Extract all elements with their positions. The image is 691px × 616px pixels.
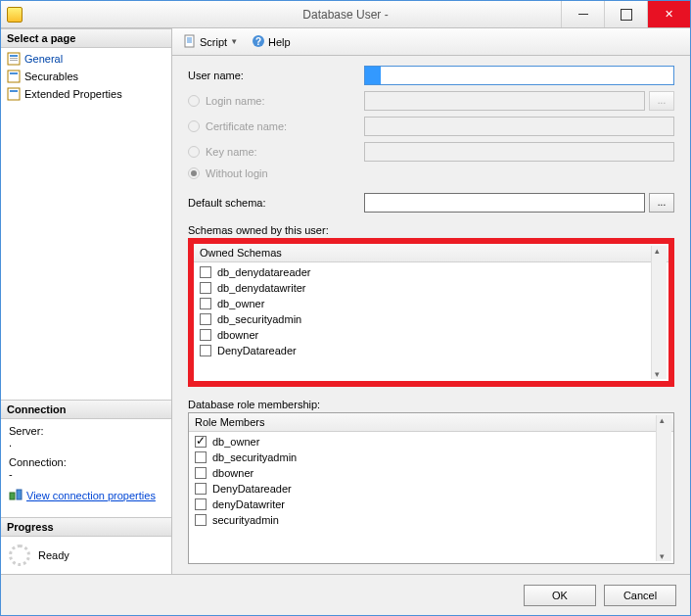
- window-buttons: [561, 1, 690, 27]
- role-members-list[interactable]: db_owner db_securityadmin dbowner DenyDa…: [189, 432, 673, 530]
- list-item: db_denydatareader: [194, 264, 668, 280]
- role-checkbox[interactable]: [195, 514, 207, 526]
- scrollbar[interactable]: [656, 415, 671, 561]
- view-connection-properties-link[interactable]: View connection properties: [26, 490, 156, 501]
- window-title: Database User -: [302, 8, 388, 22]
- script-button[interactable]: Script ▼: [178, 31, 243, 53]
- schema-checkbox[interactable]: [200, 298, 211, 309]
- user-name-value: [365, 67, 381, 84]
- svg-rect-6: [8, 88, 20, 100]
- help-icon: ?: [252, 34, 265, 50]
- page-nav-list: General Securables Extended Properties: [1, 48, 171, 105]
- login-name-label: Login name:: [188, 95, 364, 107]
- scrollbar[interactable]: [651, 246, 667, 379]
- connection-props-icon: [9, 488, 23, 503]
- login-name-browse-button: ...: [649, 91, 674, 111]
- schema-checkbox[interactable]: [200, 266, 211, 278]
- list-item: db_owner: [194, 296, 668, 311]
- schema-checkbox[interactable]: [200, 313, 211, 325]
- content-area: User name: Login name: ...: [172, 56, 690, 574]
- page-icon: [7, 87, 21, 101]
- without-login-radio: [188, 167, 200, 179]
- connection-label: Connection:: [9, 456, 163, 468]
- key-name-input: [364, 142, 674, 162]
- default-schema-label: Default schema:: [188, 197, 364, 209]
- schema-checkbox[interactable]: [200, 345, 211, 356]
- role-checkbox[interactable]: [195, 483, 207, 495]
- certificate-name-input: [364, 117, 674, 136]
- role-checkbox[interactable]: [195, 436, 207, 448]
- login-name-radio: [188, 95, 200, 107]
- dialog-body: Select a page General Securables: [1, 28, 690, 574]
- key-name-radio: [188, 146, 200, 158]
- list-item: dbowner: [189, 465, 673, 481]
- role-members-header: Role Members: [189, 413, 673, 432]
- list-item: DenyDatareader: [194, 343, 668, 358]
- svg-rect-10: [185, 35, 194, 47]
- nav-extended-properties[interactable]: Extended Properties: [1, 85, 171, 103]
- role-checkbox[interactable]: [195, 467, 207, 479]
- progress-heading: Progress: [1, 517, 171, 537]
- svg-rect-1: [10, 55, 18, 57]
- minimize-button[interactable]: [561, 1, 604, 27]
- progress-status: Ready: [38, 549, 69, 561]
- list-item: dbowner: [194, 327, 668, 343]
- certificate-name-label: Certificate name:: [188, 120, 364, 132]
- svg-rect-9: [17, 490, 22, 499]
- close-button[interactable]: [647, 1, 690, 27]
- main-panel: Script ▼ ? Help User name:: [172, 28, 690, 574]
- help-button[interactable]: ? Help: [247, 31, 296, 53]
- connection-value: -: [9, 468, 163, 480]
- nav-label: General: [24, 53, 63, 65]
- user-name-label: User name:: [188, 70, 364, 81]
- sidebar: Select a page General Securables: [1, 28, 172, 574]
- default-schema-input[interactable]: [364, 193, 645, 213]
- app-icon: [7, 7, 23, 23]
- progress-spinner-icon: [9, 545, 30, 566]
- page-icon: [7, 70, 21, 83]
- svg-rect-3: [10, 60, 18, 61]
- without-login-label: Without login: [188, 167, 364, 179]
- nav-label: Extended Properties: [24, 88, 122, 100]
- list-item: securityadmin: [189, 512, 673, 528]
- svg-rect-8: [10, 493, 15, 499]
- list-item: db_securityadmin: [194, 311, 668, 327]
- svg-text:?: ?: [255, 36, 261, 47]
- server-value: .: [9, 437, 163, 449]
- schema-checkbox[interactable]: [200, 282, 211, 294]
- schema-checkbox[interactable]: [200, 329, 211, 341]
- server-label: Server:: [9, 425, 163, 437]
- certificate-name-radio: [188, 120, 200, 132]
- progress-box: Ready: [1, 537, 171, 574]
- role-checkbox[interactable]: [195, 498, 207, 510]
- cancel-button[interactable]: Cancel: [604, 585, 676, 606]
- svg-rect-2: [10, 58, 18, 59]
- owned-schemas-list[interactable]: db_denydatareader db_denydatawriter db_o…: [194, 262, 668, 360]
- user-name-input[interactable]: [364, 66, 674, 85]
- list-item: db_securityadmin: [189, 450, 673, 465]
- role-membership-group-label: Database role membership:: [188, 399, 674, 410]
- toolbar: Script ▼ ? Help: [172, 28, 690, 56]
- connection-heading: Connection: [1, 400, 171, 419]
- login-name-input: [364, 91, 645, 111]
- role-checkbox[interactable]: [195, 451, 207, 463]
- dialog-window: Database User - Select a page General: [0, 0, 691, 616]
- ok-button[interactable]: OK: [524, 585, 596, 606]
- key-name-label: Key name:: [188, 146, 364, 158]
- svg-rect-5: [10, 72, 18, 74]
- maximize-button[interactable]: [604, 1, 647, 27]
- nav-label: Securables: [24, 71, 78, 82]
- help-label: Help: [268, 36, 291, 48]
- list-item: db_denydatawriter: [194, 280, 668, 296]
- role-membership-box: Role Members db_owner db_securityadmin d…: [188, 412, 674, 564]
- titlebar: Database User -: [1, 1, 690, 28]
- chevron-down-icon: ▼: [230, 37, 238, 46]
- connection-box: Server: . Connection: - View connection …: [1, 419, 171, 517]
- default-schema-browse-button[interactable]: ...: [649, 193, 674, 213]
- nav-general[interactable]: General: [1, 50, 171, 68]
- owned-schemas-group-label: Schemas owned by this user:: [188, 224, 674, 236]
- owned-schemas-header: Owned Schemas: [194, 244, 668, 262]
- nav-securables[interactable]: Securables: [1, 68, 171, 85]
- select-page-heading: Select a page: [1, 28, 171, 48]
- dialog-footer: OK Cancel: [1, 574, 690, 615]
